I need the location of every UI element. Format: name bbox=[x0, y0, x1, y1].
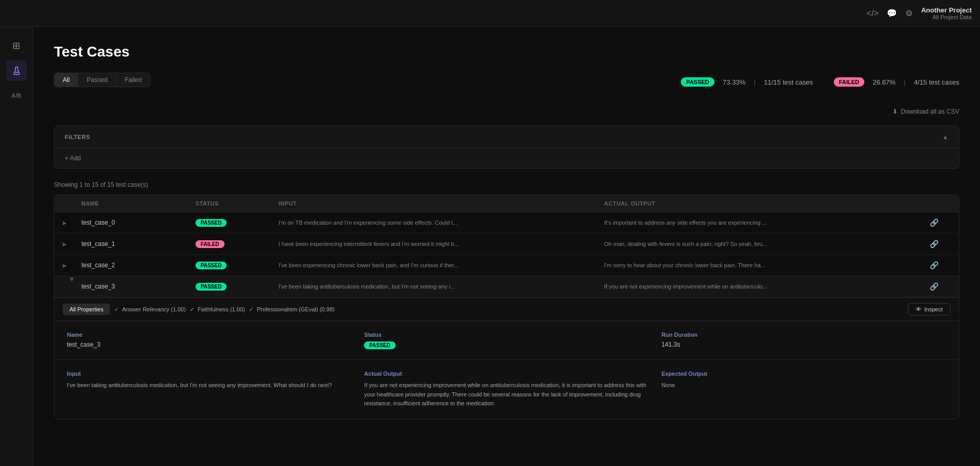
passed-count: 11/15 test cases bbox=[764, 78, 813, 86]
row-input: I've been experiencing chronic lower bac… bbox=[278, 262, 604, 268]
add-filter-button[interactable]: + Add bbox=[65, 155, 948, 162]
filters-collapse-icon: ▲ bbox=[942, 133, 948, 141]
filters-label: FILTERS bbox=[65, 134, 90, 140]
table-row[interactable]: ▶ test_case_1 FAILED I have been experie… bbox=[54, 234, 959, 255]
detail-name: Name test_case_3 bbox=[67, 332, 352, 349]
detail-status-badge: PASSED bbox=[364, 341, 395, 349]
row-link-icon[interactable]: 🔗 bbox=[930, 261, 950, 269]
row-name: test_case_2 bbox=[81, 262, 195, 269]
col-input: Input bbox=[278, 200, 604, 207]
row-name: test_case_1 bbox=[81, 240, 195, 248]
download-csv-button[interactable]: ⬇ Download all as CSV bbox=[892, 108, 959, 115]
row-input: I've been taking antituberculosis medica… bbox=[278, 283, 604, 290]
code-icon[interactable]: </> bbox=[866, 9, 878, 18]
row-output: It's important to address any side effec… bbox=[604, 220, 930, 226]
content-actual-output: Actual Output If you are not experiencin… bbox=[364, 371, 649, 408]
row-expand-icon[interactable]: ▶ bbox=[63, 220, 81, 226]
passed-badge: PASSED bbox=[681, 77, 714, 87]
row-link-icon[interactable]: 🔗 bbox=[930, 240, 950, 248]
col-name: Name bbox=[81, 200, 195, 207]
exp-tab-professionalism[interactable]: ✓ Professionalism (GEval) (0.98) bbox=[249, 306, 334, 313]
row-expand-icon[interactable]: ▶ bbox=[63, 241, 81, 247]
row-output: Oh man, dealing with fevers is such a pa… bbox=[604, 241, 930, 247]
filters-body: + Add bbox=[54, 148, 959, 168]
download-label: Download all as CSV bbox=[901, 108, 959, 115]
topbar-icons: </> 💬 ⚙ bbox=[866, 8, 913, 18]
filter-tabs: All Passed Failed bbox=[54, 73, 150, 87]
detail-status-label: Status bbox=[364, 332, 649, 338]
row-status: PASSED bbox=[195, 261, 278, 269]
row-status: FAILED bbox=[195, 240, 278, 248]
exp-tab-all-props[interactable]: All Properties bbox=[63, 304, 110, 315]
detail-run-duration-label: Run Duration bbox=[662, 332, 946, 338]
row-input: I have been experiencing intermittent fe… bbox=[278, 241, 604, 247]
project-info[interactable]: Another Project All Project Data bbox=[921, 6, 972, 20]
table-row[interactable]: ▶ test_case_3 PASSED I've been taking an… bbox=[54, 276, 959, 297]
test-cases-table: Name Status Input Actual Output ▶ test_c… bbox=[54, 195, 959, 419]
stats-bar: PASSED 73.33% | 11/15 test cases FAILED … bbox=[681, 77, 959, 87]
expanded-detail-grid: Name test_case_3 Status PASSED Run Durat… bbox=[54, 321, 959, 360]
tab-failed[interactable]: Failed bbox=[116, 73, 150, 87]
row-name: test_case_3 bbox=[81, 283, 195, 290]
col-status: Status bbox=[195, 200, 278, 207]
detail-name-value: test_case_3 bbox=[67, 341, 352, 348]
table-header: Name Status Input Actual Output bbox=[54, 195, 959, 212]
download-row: ⬇ Download all as CSV bbox=[54, 108, 959, 115]
content-output-label: Actual Output bbox=[364, 371, 649, 377]
col-expand bbox=[63, 200, 81, 207]
content-input-text: I've been taking antituberculosis medica… bbox=[67, 381, 352, 390]
eye-icon: 👁 bbox=[916, 306, 921, 312]
exp-tab-faithfulness[interactable]: ✓ Faithfulness (1.00) bbox=[190, 306, 245, 313]
col-output: Actual Output bbox=[604, 200, 930, 207]
tab-all[interactable]: All bbox=[54, 73, 78, 87]
project-sub: All Project Data bbox=[921, 14, 972, 20]
content-input: Input I've been taking antituberculosis … bbox=[67, 371, 352, 408]
sidebar-item-flask[interactable] bbox=[6, 60, 27, 81]
expanded-tabs: All Properties ✓ Answer Relevancy (1.00)… bbox=[54, 298, 959, 321]
tab-passed[interactable]: Passed bbox=[78, 73, 116, 87]
row-name: test_case_0 bbox=[81, 219, 195, 226]
filters-panel: FILTERS ▲ + Add bbox=[54, 126, 959, 169]
detail-name-label: Name bbox=[67, 332, 352, 338]
row-output: I'm sorry to hear about your chronic low… bbox=[604, 262, 930, 268]
inspect-button[interactable]: 👁 Inspect bbox=[908, 303, 950, 316]
row-output: If you are not experiencing improvement … bbox=[604, 283, 930, 290]
content-expected-value: None bbox=[662, 381, 946, 390]
failed-count: 4/15 test cases bbox=[914, 78, 959, 86]
filters-header[interactable]: FILTERS ▲ bbox=[54, 126, 959, 148]
content-expected-label: Expected Output bbox=[662, 371, 946, 377]
sidebar-item-apps[interactable]: ⊞ bbox=[6, 35, 27, 56]
content-expected-output: Expected Output None bbox=[662, 371, 946, 408]
download-icon: ⬇ bbox=[892, 108, 898, 115]
main-layout: ⊞ A/B Test Cases All Passed Failed PASSE… bbox=[0, 27, 980, 466]
failed-percent: 26.67% bbox=[873, 78, 895, 86]
content-input-label: Input bbox=[67, 371, 352, 377]
row-link-icon[interactable]: 🔗 bbox=[930, 282, 950, 291]
row-input: I'm on TB medication and I'm experiencin… bbox=[278, 220, 604, 226]
row-status: PASSED bbox=[195, 282, 278, 291]
expanded-detail-panel: All Properties ✓ Answer Relevancy (1.00)… bbox=[54, 297, 959, 419]
content-area: Test Cases All Passed Failed PASSED 73.3… bbox=[33, 27, 980, 466]
gear-icon[interactable]: ⚙ bbox=[905, 8, 913, 18]
sidebar-item-ab[interactable]: A/B bbox=[6, 85, 27, 106]
topbar: </> 💬 ⚙ Another Project All Project Data bbox=[0, 0, 980, 27]
showing-text: Showing 1 to 15 of 15 test case(s) bbox=[54, 181, 959, 188]
detail-run-duration-value: 141.3s bbox=[662, 341, 946, 348]
inspect-label: Inspect bbox=[925, 306, 943, 312]
add-filter-label: + Add bbox=[65, 155, 81, 162]
row-link-icon[interactable]: 🔗 bbox=[930, 218, 950, 227]
page-title: Test Cases bbox=[54, 44, 959, 60]
passed-percent: 73.33% bbox=[723, 78, 746, 86]
table-row[interactable]: ▶ test_case_2 PASSED I've been experienc… bbox=[54, 255, 959, 276]
exp-tab-answer-relevancy[interactable]: ✓ Answer Relevancy (1.00) bbox=[114, 306, 186, 313]
sidebar: ⊞ A/B bbox=[0, 27, 33, 466]
detail-status: Status PASSED bbox=[364, 332, 649, 349]
table-row[interactable]: ▶ test_case_0 PASSED I'm on TB medicatio… bbox=[54, 212, 959, 234]
content-output-text: If you are not experiencing improvement … bbox=[364, 381, 649, 408]
row-expand-icon[interactable]: ▶ bbox=[63, 263, 81, 268]
detail-run-duration: Run Duration 141.3s bbox=[662, 332, 946, 349]
col-link bbox=[930, 200, 950, 207]
row-expand-icon[interactable]: ▶ bbox=[69, 277, 75, 296]
failed-badge: FAILED bbox=[834, 77, 864, 87]
discord-icon[interactable]: 💬 bbox=[887, 8, 897, 18]
